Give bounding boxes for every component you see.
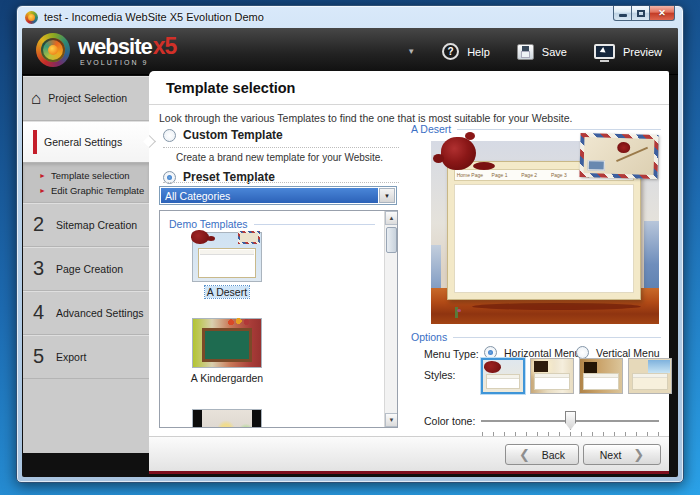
sidebar-item-label: Project Selection <box>48 92 127 104</box>
close-icon: ✕ <box>658 8 666 18</box>
step-number: 4 <box>33 301 49 324</box>
wizard-footer: ❮ Back Next ❯ <box>149 436 669 471</box>
sidebar-subitem-template-selection[interactable]: ► Template selection <box>39 170 149 181</box>
back-label: Back <box>542 449 565 461</box>
desert-thumb-page <box>198 248 256 278</box>
websitex5-logo-icon <box>36 33 70 67</box>
save-button[interactable]: Save <box>517 44 567 60</box>
options-title: Options <box>411 331 447 343</box>
preview-paper-frame: Home Page Page 1 Page 2 Page 3 Page 4 Pa… <box>447 161 641 300</box>
maximize-button[interactable] <box>631 6 650 21</box>
template-thumb-a-kindergarden[interactable] <box>192 318 262 368</box>
envelope-wax-dot <box>617 142 630 153</box>
style-thumbnails <box>481 358 672 394</box>
save-label: Save <box>542 46 567 58</box>
sidebar-item-project-selection[interactable]: ⌂ Project Selection <box>23 76 149 121</box>
brand-x5: x5 <box>153 35 177 58</box>
app-window: test - Incomedia WebSite X5 Evolution De… <box>16 5 684 483</box>
brand-edition: EVOLUTION 9 <box>78 59 176 66</box>
arrow-right-icon: ► <box>39 187 46 194</box>
minimize-button[interactable] <box>613 6 632 21</box>
sidebar-item-general-settings[interactable]: General Settings <box>23 121 149 163</box>
sidebar-item-sitemap-creation[interactable]: 2 Sitemap Creation <box>23 203 149 247</box>
brand-name: website <box>78 36 152 58</box>
header-actions: ▼ ? Help Save Preview <box>407 28 662 75</box>
template-group-header: Demo Templates <box>169 218 375 230</box>
step-number: 2 <box>33 213 49 236</box>
template-name-a-kindergarden[interactable]: A Kindergarden <box>160 372 294 384</box>
style-thumb-1[interactable] <box>481 358 525 394</box>
vertical-menu-label: Vertical Menu <box>596 347 660 359</box>
sidebar-item-advanced-settings[interactable]: 4 Advanced Settings <box>23 291 149 335</box>
step-number: 5 <box>33 345 49 368</box>
step-1-indicator <box>33 130 37 154</box>
custom-template-description: Create a brand new template for your Web… <box>176 152 383 163</box>
header-dropdown-caret-icon[interactable]: ▼ <box>407 47 415 56</box>
title-bar[interactable]: test - Incomedia WebSite X5 Evolution De… <box>17 6 683 28</box>
preview-airmail-envelope <box>579 133 658 179</box>
sidebar-item-page-creation[interactable]: 3 Page Creation <box>23 247 149 291</box>
next-button[interactable]: Next ❯ <box>583 444 661 465</box>
preview-nav-item: Page 2 <box>514 172 544 178</box>
template-thumb-partial[interactable] <box>192 409 262 428</box>
sidebar-item-export[interactable]: 5 Export <box>23 335 149 379</box>
back-button[interactable]: ❮ Back <box>505 444 579 465</box>
app-header: website x5 EVOLUTION 9 ▼ ? Help Save <box>22 28 678 75</box>
close-button[interactable]: ✕ <box>649 6 675 21</box>
style-thumb-4[interactable] <box>628 358 672 394</box>
color-tone-label: Color tone: <box>424 415 475 427</box>
content-red-underline <box>149 471 669 474</box>
save-icon <box>517 44 534 60</box>
custom-template-option[interactable]: Custom Template <box>163 128 283 142</box>
template-list: Demo Templates A Desert A Kindergarden <box>159 210 398 428</box>
sidebar-item-label: Sitemap Creation <box>56 219 137 231</box>
style-thumb-2[interactable] <box>530 358 574 394</box>
preview-nav-item: Page 3 <box>544 172 574 178</box>
sidebar-item-label: Advanced Settings <box>56 307 144 319</box>
style-thumb-3[interactable] <box>579 358 623 394</box>
preview-content-area <box>454 184 634 293</box>
app-logo: website x5 EVOLUTION 9 <box>36 33 176 67</box>
category-dropdown-value: All Categories <box>161 188 378 203</box>
dotted-separator <box>163 147 399 148</box>
chevron-down-icon[interactable]: ▼ <box>379 188 395 203</box>
arrow-right-icon: ► <box>39 172 46 179</box>
help-icon: ? <box>442 43 459 60</box>
minimize-icon <box>619 14 627 17</box>
section-line <box>453 337 661 338</box>
list-scrollbar[interactable]: ▲ ▼ <box>384 211 397 427</box>
help-label: Help <box>467 46 490 58</box>
scroll-down-button[interactable]: ▼ <box>385 413 398 427</box>
scroll-thumb[interactable] <box>386 227 397 253</box>
night-thumb-lights <box>202 410 252 428</box>
preview-label: Preview <box>623 46 662 58</box>
scroll-up-button[interactable]: ▲ <box>385 211 398 225</box>
subitem-label: Edit Graphic Template <box>51 185 144 196</box>
sidebar-item-label: General Settings <box>44 136 122 148</box>
category-dropdown[interactable]: All Categories ▼ <box>159 186 397 205</box>
section-line <box>457 129 661 130</box>
custom-template-label: Custom Template <box>183 128 283 142</box>
group-underline <box>254 224 375 225</box>
maximize-icon <box>637 10 645 17</box>
template-name-a-desert[interactable]: A Desert <box>160 286 294 298</box>
desert-thumb-wax-blob <box>191 230 209 244</box>
menu-type-label: Menu Type: <box>424 348 479 360</box>
subitem-label: Template selection <box>51 170 130 181</box>
sidebar: ⌂ Project Selection General Settings ► T… <box>23 76 149 453</box>
color-tone-slider-thumb[interactable] <box>565 411 576 430</box>
help-button[interactable]: ? Help <box>442 43 490 60</box>
preview-button[interactable]: Preview <box>594 44 662 59</box>
preview-wax-seal <box>433 132 491 180</box>
template-preview-image: Home Page Page 1 Page 2 Page 3 Page 4 Pa… <box>431 141 659 324</box>
template-thumb-a-desert[interactable] <box>192 232 262 282</box>
dotted-separator <box>163 182 399 183</box>
desktop: { "colors": { "brand_red": "#d23028", "a… <box>0 0 700 495</box>
sidebar-item-label: Export <box>56 351 86 363</box>
home-icon: ⌂ <box>31 90 41 107</box>
radio-custom-template[interactable] <box>163 129 176 142</box>
sidebar-subitem-edit-graphic-template[interactable]: ► Edit Graphic Template <box>39 185 149 196</box>
step-number: 3 <box>33 257 49 280</box>
sidebar-item-label: Page Creation <box>56 263 123 275</box>
kinder-thumb-board <box>202 328 252 362</box>
